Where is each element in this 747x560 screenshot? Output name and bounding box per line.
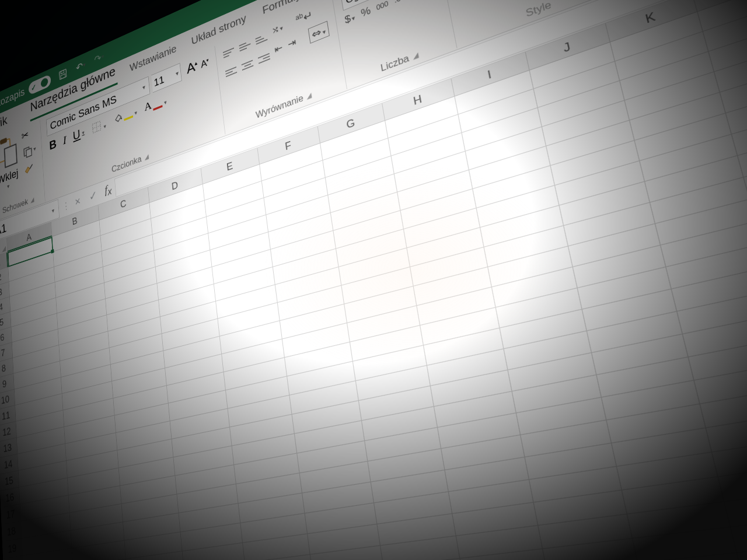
cut-button[interactable]: ✂ [21, 125, 35, 143]
chevron-down-icon: ▾ [176, 69, 179, 78]
copy-button[interactable]: ▾ [22, 142, 36, 160]
accept-formula-button[interactable]: ✓ [84, 186, 102, 205]
currency-button[interactable]: $▾ [344, 10, 357, 26]
shrink-font-button[interactable]: A▾ [200, 57, 210, 71]
align-bottom-button[interactable] [254, 26, 268, 44]
bold-button[interactable]: B [49, 136, 57, 153]
borders-button[interactable]: ▾ [91, 117, 107, 135]
chevron-down-icon: ▾ [142, 83, 146, 92]
svg-rect-2 [61, 74, 65, 79]
dialog-launcher-icon[interactable]: ◢ [30, 196, 34, 204]
format-painter-button[interactable] [23, 159, 37, 178]
percent-button[interactable]: % [360, 5, 371, 20]
svg-rect-5 [5, 144, 17, 167]
excel-window: Autozapis ✓ ↶▾ ↷▾ przelewy-od-sorosa-za-… [0, 0, 747, 560]
chevron-down-icon: ▾ [7, 183, 10, 190]
align-middle-button[interactable] [238, 33, 251, 51]
increase-decimal-button[interactable]: .0→ [393, 0, 409, 5]
italic-button[interactable]: I [62, 133, 67, 147]
comma-button[interactable]: 000 [376, 0, 389, 12]
decrease-indent-button[interactable]: ⇤ [274, 41, 283, 56]
paste-button[interactable]: Wklej ▾ [0, 132, 20, 194]
dialog-launcher-icon[interactable]: ◢ [306, 91, 312, 100]
chevron-down-icon: ▾ [51, 206, 54, 214]
wrap-text-button[interactable]: ab↵ [295, 8, 314, 27]
align-right-button[interactable] [257, 46, 271, 64]
fill-color-button[interactable]: ▾ [113, 106, 138, 125]
fx-icon[interactable]: fx [101, 180, 116, 201]
grow-font-button[interactable]: A▴ [186, 57, 198, 78]
font-color-button[interactable]: A▾ [144, 92, 167, 114]
toggle-knob [41, 77, 48, 88]
merge-cells-button[interactable]: ⇔▾ [308, 21, 330, 44]
increase-indent-button[interactable]: ⇥ [287, 36, 297, 51]
check-icon: ✓ [31, 82, 37, 93]
svg-rect-1 [61, 70, 64, 74]
align-top-button[interactable] [222, 40, 235, 58]
align-center-button[interactable] [240, 52, 253, 71]
orientation-button[interactable]: ⤭▾ [271, 22, 284, 36]
dialog-launcher-icon[interactable]: ◢ [412, 51, 419, 61]
dialog-launcher-icon[interactable]: ◢ [144, 153, 149, 162]
cancel-formula-button[interactable]: × [70, 192, 85, 211]
resize-handle-icon[interactable]: ⋮ [60, 198, 71, 213]
svg-rect-7 [26, 148, 32, 158]
align-left-button[interactable] [225, 59, 238, 77]
underline-button[interactable]: U▾ [72, 125, 85, 144]
